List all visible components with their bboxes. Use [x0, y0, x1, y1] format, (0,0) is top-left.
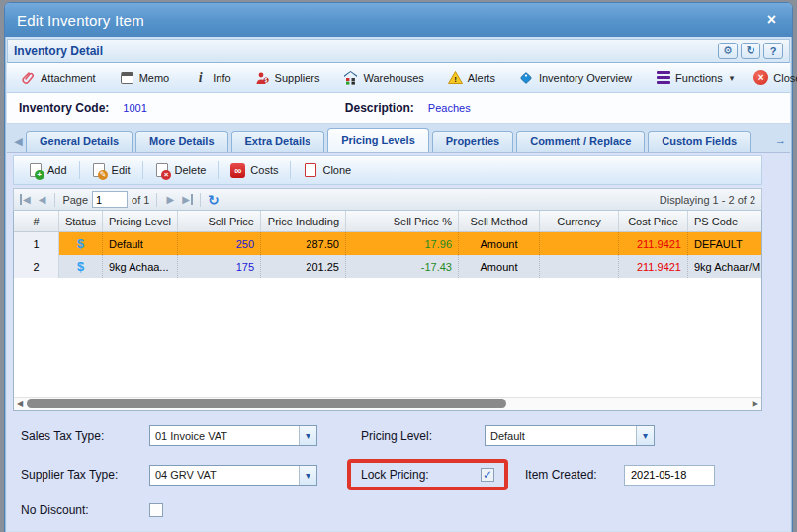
inventory-code-value: 1001 — [123, 102, 146, 114]
grid-pager: ◀ ◀ Page of 1 ▶ ▶ ↻ Displaying 1 - 2 of … — [13, 188, 762, 211]
warehouse-icon — [343, 70, 358, 85]
svg-text:$: $ — [265, 77, 268, 83]
costs-button[interactable]: ∞ Costs — [224, 160, 284, 181]
alerts-button[interactable]: ! Alerts — [442, 67, 501, 88]
window-close-icon[interactable]: × — [763, 11, 780, 29]
supplier-tax-select[interactable]: 04 GRV VAT ▾ — [149, 465, 317, 486]
supplier-icon: $ — [255, 70, 270, 85]
paperclip-icon — [21, 70, 36, 85]
chevron-down-icon: ▾ — [299, 466, 316, 485]
tab-custom-fields[interactable]: Custom Fields — [648, 131, 751, 152]
tab-properties[interactable]: Properties — [432, 131, 513, 152]
pricing-level-label: Pricing Level: — [361, 429, 485, 443]
table-row[interactable]: 1 $ Default 250 287.50 17.96 Amount 211.… — [14, 232, 761, 255]
functions-icon — [656, 70, 670, 85]
pricing-level-select[interactable]: Default ▾ — [485, 425, 655, 446]
scroll-left-icon[interactable]: ◀ — [17, 399, 23, 408]
page-of-label: of 1 — [132, 194, 149, 206]
next-page-icon[interactable]: ▶ — [164, 194, 176, 205]
lock-pricing-checkbox[interactable]: ✓ — [481, 468, 494, 482]
page-input[interactable] — [92, 191, 128, 208]
col-status[interactable]: Status — [59, 211, 103, 231]
tab-comment-replace[interactable]: Comment / Replace — [516, 131, 645, 152]
inventory-overview-button[interactable]: Inventory Overview — [513, 67, 638, 88]
scroll-right-icon[interactable]: ▶ — [753, 399, 758, 408]
memo-button[interactable]: Memo — [114, 67, 176, 88]
page-label: Page — [62, 194, 88, 206]
help-icon[interactable]: ? — [763, 43, 783, 59]
attachment-button[interactable]: Attachment — [15, 67, 102, 88]
close-button[interactable]: × Close — [748, 67, 797, 88]
tab-scroll-left-icon[interactable]: ◀ — [11, 132, 26, 151]
prev-page-icon[interactable]: ◀ — [37, 194, 48, 205]
info-icon: i — [193, 70, 208, 85]
suppliers-button[interactable]: $ Suppliers — [249, 67, 326, 88]
clone-button[interactable]: Clone — [297, 160, 357, 181]
tab-scroll-right-icon[interactable]: → — [773, 131, 788, 150]
costs-icon: ∞ — [230, 163, 245, 178]
col-pricing-level[interactable]: Pricing Level — [103, 211, 178, 231]
clone-icon — [305, 163, 316, 177]
grid-empty-area — [14, 278, 761, 397]
table-row[interactable]: 2 $ 9kg Achaa... 175 201.25 -17.43 Amoun… — [14, 255, 761, 278]
titlebar[interactable]: Edit Inventory Item × — [5, 3, 792, 37]
tab-general-details[interactable]: General Details — [26, 131, 133, 152]
col-num[interactable]: # — [14, 211, 59, 231]
settings-icon[interactable]: ⚙ — [718, 43, 738, 59]
highlight-annotation-box: Lock Pricing: ✓ — [347, 459, 508, 490]
col-cost-price[interactable]: Cost Price — [619, 211, 688, 231]
no-discount-label: No Discount: — [21, 503, 149, 517]
chevron-down-icon: ▾ — [636, 426, 654, 445]
col-sell-price-pct[interactable]: Sell Price % — [346, 211, 459, 231]
add-icon: + — [30, 163, 42, 177]
grid-header: # Status Pricing Level Sell Price Price … — [14, 211, 761, 232]
sales-tax-select[interactable]: 01 Invoice VAT ▾ — [149, 425, 317, 446]
edit-icon: ✎ — [93, 163, 105, 177]
description-value: Peaches — [428, 102, 471, 114]
tag-icon — [519, 70, 534, 85]
displaying-count: Displaying 1 - 2 of 2 — [660, 194, 755, 206]
col-price-including[interactable]: Price Including — [261, 211, 346, 231]
delete-button[interactable]: × Delete — [149, 160, 213, 181]
refresh-icon[interactable]: ↻ — [741, 43, 760, 59]
tab-pricing-levels[interactable]: Pricing Levels — [327, 128, 429, 152]
edit-button[interactable]: ✎ Edit — [86, 160, 136, 181]
sales-tax-label: Sales Tax Type: — [21, 429, 149, 443]
panel-header: Inventory Detail ⚙ ↻ ? — [7, 39, 790, 63]
tab-extra-details[interactable]: Extra Details — [231, 131, 325, 152]
memo-icon — [121, 72, 133, 84]
tab-strip: ◀ General Details More Details Extra Det… — [5, 124, 792, 152]
info-button[interactable]: i Info — [187, 67, 236, 88]
warehouses-button[interactable]: Warehouses — [337, 67, 429, 88]
pricing-form: Sales Tax Type: 01 Invoice VAT ▾ Pricing… — [13, 415, 784, 517]
refresh-grid-icon[interactable]: ↻ — [208, 192, 220, 208]
chevron-down-icon: ▾ — [730, 73, 735, 83]
description-label: Description: — [345, 101, 414, 115]
supplier-tax-label: Supplier Tax Type: — [21, 468, 149, 482]
divider — [218, 161, 219, 179]
item-created-input[interactable] — [624, 465, 715, 486]
no-discount-checkbox[interactable] — [149, 503, 163, 517]
last-page-icon[interactable]: ▶ — [180, 194, 193, 205]
item-summary-row: Inventory Code: 1001 Description: Peache… — [7, 93, 790, 124]
col-sell-method[interactable]: Sell Method — [459, 211, 540, 231]
horizontal-scrollbar[interactable]: ◀ ▶ — [14, 397, 761, 410]
divider — [142, 161, 143, 179]
functions-button[interactable]: Functions ▾ — [650, 67, 740, 88]
tab-more-details[interactable]: More Details — [135, 131, 227, 152]
first-page-icon[interactable]: ◀ — [20, 194, 33, 205]
dollar-status-icon: $ — [59, 255, 103, 278]
warning-icon: ! — [448, 70, 463, 85]
edit-inventory-dialog: Edit Inventory Item × Inventory Detail ⚙… — [4, 2, 793, 532]
pricing-levels-grid: # Status Pricing Level Sell Price Price … — [13, 211, 762, 411]
col-ps-code[interactable]: PS Code — [688, 211, 761, 231]
main-toolbar: Attachment Memo i Info $ Suppliers Wareh… — [7, 63, 790, 93]
divider — [79, 161, 80, 179]
scrollbar-thumb[interactable] — [27, 399, 506, 408]
item-created-label: Item Created: — [525, 468, 624, 482]
lock-pricing-label: Lock Pricing: — [361, 468, 481, 482]
svg-text:!: ! — [454, 75, 457, 84]
col-currency[interactable]: Currency — [540, 211, 619, 231]
add-button[interactable]: + Add — [22, 160, 73, 181]
col-sell-price[interactable]: Sell Price — [178, 211, 261, 231]
